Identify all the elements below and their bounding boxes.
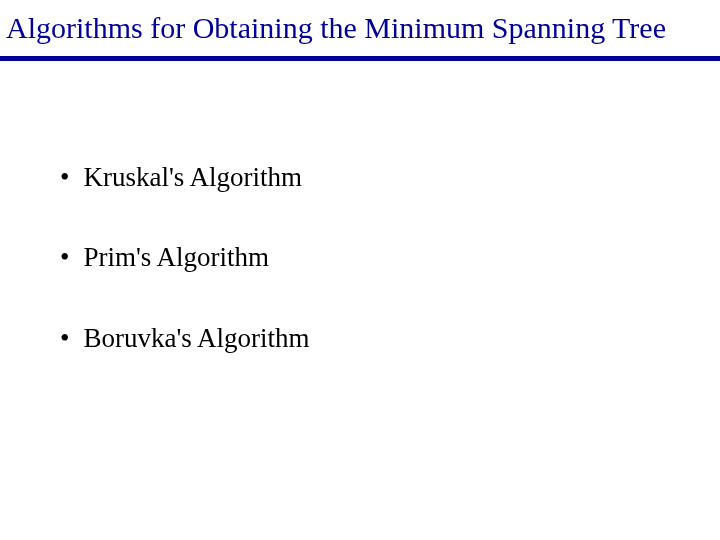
bullet-text: Boruvka's Algorithm [83, 322, 309, 354]
bullet-icon: • [60, 161, 69, 193]
list-item: • Kruskal's Algorithm [60, 161, 720, 193]
slide-title: Algorithms for Obtaining the Minimum Spa… [0, 0, 720, 54]
list-item: • Prim's Algorithm [60, 241, 720, 273]
list-item: • Boruvka's Algorithm [60, 322, 720, 354]
bullet-text: Prim's Algorithm [83, 241, 269, 273]
bullet-icon: • [60, 322, 69, 354]
bullet-icon: • [60, 241, 69, 273]
slide-container: Algorithms for Obtaining the Minimum Spa… [0, 0, 720, 540]
content-area: • Kruskal's Algorithm • Prim's Algorithm… [0, 61, 720, 354]
bullet-text: Kruskal's Algorithm [83, 161, 302, 193]
